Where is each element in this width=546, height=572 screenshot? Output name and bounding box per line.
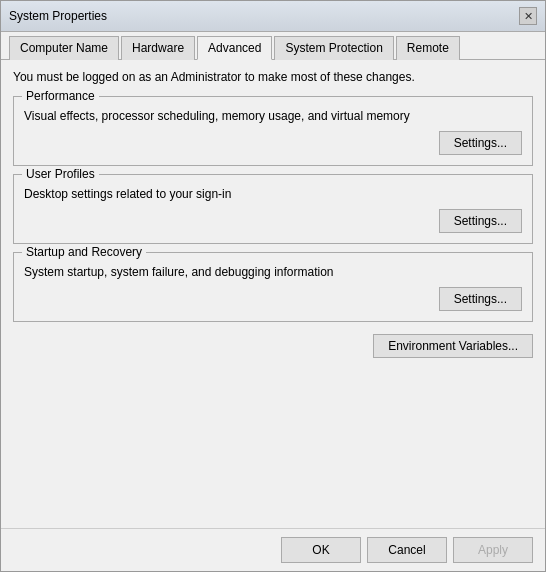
startup-recovery-group: Startup and Recovery System startup, sys… <box>13 252 533 322</box>
performance-group: Performance Visual effects, processor sc… <box>13 96 533 166</box>
tab-hardware[interactable]: Hardware <box>121 36 195 60</box>
performance-group-title: Performance <box>22 89 99 103</box>
tab-computer-name[interactable]: Computer Name <box>9 36 119 60</box>
user-profiles-desc: Desktop settings related to your sign-in <box>24 187 522 201</box>
startup-recovery-settings-button[interactable]: Settings... <box>439 287 522 311</box>
env-vars-row: Environment Variables... <box>13 334 533 358</box>
startup-recovery-group-title: Startup and Recovery <box>22 245 146 259</box>
performance-settings-button[interactable]: Settings... <box>439 131 522 155</box>
title-bar: System Properties ✕ <box>1 1 545 32</box>
cancel-button[interactable]: Cancel <box>367 537 447 563</box>
startup-recovery-desc: System startup, system failure, and debu… <box>24 265 522 279</box>
user-profiles-group-title: User Profiles <box>22 167 99 181</box>
environment-variables-button[interactable]: Environment Variables... <box>373 334 533 358</box>
main-content: You must be logged on as an Administrato… <box>1 60 545 528</box>
apply-button[interactable]: Apply <box>453 537 533 563</box>
user-profiles-group: User Profiles Desktop settings related t… <box>13 174 533 244</box>
window-title: System Properties <box>9 9 107 23</box>
tab-system-protection[interactable]: System Protection <box>274 36 393 60</box>
user-profiles-settings-button[interactable]: Settings... <box>439 209 522 233</box>
tab-remote[interactable]: Remote <box>396 36 460 60</box>
system-properties-window: System Properties ✕ Computer Name Hardwa… <box>0 0 546 572</box>
tab-bar: Computer Name Hardware Advanced System P… <box>1 32 545 60</box>
ok-button[interactable]: OK <box>281 537 361 563</box>
tab-advanced[interactable]: Advanced <box>197 36 272 60</box>
close-button[interactable]: ✕ <box>519 7 537 25</box>
performance-desc: Visual effects, processor scheduling, me… <box>24 109 522 123</box>
admin-notice: You must be logged on as an Administrato… <box>13 70 533 84</box>
bottom-bar: OK Cancel Apply <box>1 528 545 571</box>
